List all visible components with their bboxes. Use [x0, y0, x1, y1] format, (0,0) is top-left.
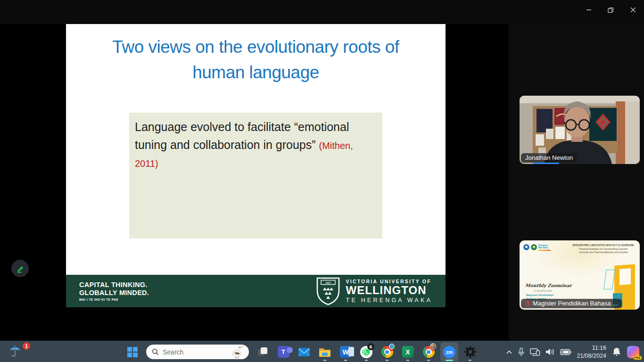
quote-text: Language evolved to facilitate “emotiona…: [129, 113, 382, 177]
ministry-logo-icon: [523, 244, 529, 250]
windows-start-icon: [127, 346, 138, 358]
taskbar-center-icons: T W: [124, 341, 479, 362]
participant-name: Magister Pendidikan Bahasa ...: [533, 300, 618, 307]
task-view-button[interactable]: [254, 342, 272, 362]
taskbar-app-mail[interactable]: [295, 342, 313, 362]
widget-notification-badge: 1: [23, 342, 30, 350]
word-document-page: [348, 347, 354, 356]
slide-footer: CAPITAL THINKING. GLOBALLY MINDED. MAI I…: [66, 275, 446, 307]
widgets-button[interactable]: 1: [8, 344, 29, 361]
tray-time: 11:16: [577, 344, 606, 352]
kampus-merdeka-text: Kampus Merdeka: [538, 244, 548, 249]
participant-name: Jonathan Newton: [525, 154, 573, 161]
excel-icon: X: [402, 346, 414, 358]
svg-text:z: z: [619, 347, 621, 352]
taskbar-app-word[interactable]: W: [337, 342, 355, 362]
mini-slide-title-block: INTEGRATING LINGUISTICS INTO ELT CLASSRO…: [571, 244, 636, 255]
running-indicator: [323, 360, 326, 361]
window-controls: [578, 0, 644, 20]
footer-tagline: CAPITAL THINKING. GLOBALLY MINDED. MAI I…: [79, 281, 149, 302]
copilot-icon[interactable]: PRE: [627, 346, 639, 358]
excel-letter: X: [405, 348, 410, 356]
settings-gear-icon: [464, 346, 477, 358]
participant-name-label: Jonathan Newton: [521, 153, 577, 163]
mini-slide-event: Monthly Zoominar: [525, 283, 572, 288]
taskbar-app-excel[interactable]: X: [399, 342, 417, 362]
tray-chevron-up-icon[interactable]: [506, 350, 512, 354]
university-shield-icon: 1897: [316, 277, 340, 305]
running-indicator: [469, 360, 471, 361]
battery-charging-icon[interactable]: [560, 349, 571, 355]
logo-underline: [538, 250, 551, 251]
taskbar-app-file-explorer[interactable]: [316, 342, 334, 362]
university-logo-block: 1897 VICTORIA UNIVERSITY OF WELLINGTON T…: [316, 277, 432, 305]
speaker-icon[interactable]: [545, 348, 555, 356]
participant-name-label: Magister Pendidikan Bahasa ...: [521, 299, 622, 308]
cast-display-icon[interactable]: [530, 348, 540, 356]
running-indicator: [386, 360, 388, 361]
umbrella-icon: [8, 344, 22, 358]
taskbar-app-chrome-1[interactable]: [378, 342, 396, 362]
tray-clock[interactable]: 11:16 21/08/2024: [577, 344, 606, 360]
notification-bell-icon[interactable]: z: [611, 347, 622, 357]
chrome-profile-badge: [389, 344, 395, 349]
org-line1: Magister Pendidikan: [526, 293, 553, 297]
taskbar-app-zoom[interactable]: zm: [440, 342, 458, 362]
taskbar-app-whatsapp[interactable]: 8: [357, 342, 375, 362]
task-view-icon: [257, 346, 268, 358]
zoom-icon: zm: [443, 346, 455, 358]
svg-text:1897: 1897: [325, 281, 330, 284]
windows-taskbar: 1: [0, 341, 644, 362]
quote-main: Language evolved to facilitate “emotiona…: [135, 120, 349, 151]
start-button[interactable]: [124, 342, 141, 362]
university-line3: TE HERENGA WAKA: [346, 297, 432, 304]
running-indicator: [344, 360, 347, 361]
teams-secondary-circle: [287, 347, 293, 353]
search-icon: [152, 348, 159, 355]
muted-mic-icon: [525, 300, 530, 306]
restore-icon: [608, 7, 614, 13]
shared-screen-region: Two views on the evolutionary roots of h…: [0, 24, 509, 341]
presentation-slide: Two views on the evolutionary roots of h…: [66, 24, 446, 307]
close-icon: [630, 7, 636, 13]
microphone-icon[interactable]: [518, 347, 525, 357]
mail-icon: [298, 347, 310, 357]
slide-title: Two views on the evolutionary roots of h…: [93, 34, 418, 86]
restore-button[interactable]: [600, 0, 622, 20]
tagline-line3: MAI I TE IHO KI TE PAE: [79, 298, 149, 302]
search-highlight-bird-icon: [230, 343, 244, 359]
pencil-icon: [16, 264, 25, 273]
close-button[interactable]: [622, 0, 644, 20]
mini-slide-title: INTEGRATING LINGUISTICS INTO ELT CLASSRO…: [571, 244, 636, 247]
active-app-indicator: [446, 360, 453, 361]
running-indicator: [406, 360, 409, 361]
active-speaker-indicator: [533, 163, 559, 164]
annotate-button[interactable]: [11, 260, 29, 277]
teams-letter: T: [281, 348, 285, 355]
kampus-merdeka-logo: Kampus Merdeka: [538, 244, 551, 251]
mini-slide-subtitle1: Practical Strategies for Incorporating L…: [571, 247, 636, 251]
chrome-profile-photo-badge: [430, 343, 436, 349]
taskbar-app-teams[interactable]: T: [274, 342, 292, 362]
running-indicator: [427, 360, 430, 361]
video-tile-speaker[interactable]: Jonathan Newton: [520, 96, 640, 164]
word-letter: W: [342, 348, 348, 356]
minimize-icon: [586, 7, 592, 13]
taskbar-app-chrome-2[interactable]: [420, 342, 438, 362]
running-indicator: [365, 360, 368, 361]
minimize-button[interactable]: [578, 0, 600, 20]
university-line2: WELLINGTON: [346, 284, 432, 296]
taskbar-search-box[interactable]: [146, 345, 249, 359]
search-input[interactable]: [163, 348, 219, 356]
institution-logo-icon: [531, 244, 537, 250]
taskbar-app-settings[interactable]: [461, 342, 479, 362]
video-tile-host[interactable]: Kampus Merdeka INTEGRATING LINGUISTICS I…: [520, 240, 640, 310]
participants-panel: Jonathan Newton Kampus Merdeka INTEGRATI…: [509, 24, 644, 341]
mini-slide-subtitle2: Concepts into Teaching Materials and Act…: [571, 251, 636, 255]
system-tray: 11:16 21/08/2024 z PRE: [506, 341, 639, 362]
mini-slide-date: 21 AGUSTUS 2021: [534, 290, 552, 292]
tagline-line2: GLOBALLY MINDED.: [79, 289, 149, 296]
copilot-pre-badge: PRE: [634, 356, 642, 360]
whatsapp-badge: 8: [367, 343, 374, 350]
quote-box: Language evolved to facilitate “emotiona…: [129, 113, 382, 239]
